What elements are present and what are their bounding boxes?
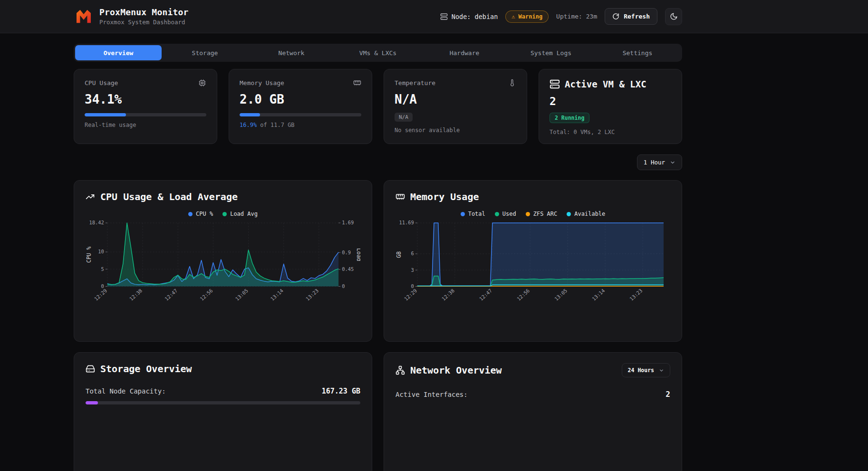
legend-dot-icon	[222, 212, 227, 216]
trending-up-icon	[86, 192, 95, 202]
proxmenux-m-logo-icon	[74, 7, 93, 26]
memory-usage-card: Memory Usage 2.0 GB 16.9% of 11.7 GB	[229, 69, 372, 144]
brand: ProxMenux Monitor Proxmox System Dashboa…	[74, 7, 189, 27]
network-title: Network Overview	[410, 365, 502, 376]
tab-network[interactable]: Network	[248, 45, 335, 60]
svg-text:12:29: 12:29	[93, 288, 108, 302]
legend-available: Available	[567, 211, 605, 217]
network-range-select[interactable]: 24 Hours	[622, 363, 670, 377]
memory-caption-rest: of 11.7 GB	[257, 122, 294, 128]
server-rack-icon	[550, 79, 560, 89]
server-icon	[440, 13, 448, 20]
storage-capacity-label: Total Node Capacity:	[86, 387, 166, 395]
time-range-select[interactable]: 1 Hour	[637, 154, 682, 170]
refresh-icon	[612, 13, 619, 20]
svg-text:CPU %: CPU %	[86, 246, 92, 263]
cpu-load-chart-card: CPU Usage & Load Average CPU %Load Avg 1…	[74, 180, 372, 342]
svg-text:3: 3	[411, 267, 414, 273]
cpu-chip-icon	[198, 79, 206, 87]
network-interfaces-label: Active Interfaces:	[395, 391, 468, 398]
svg-text:1.69: 1.69	[342, 220, 354, 225]
cpu-chart-legend: CPU %Load Avg	[86, 211, 360, 217]
svg-text:13:14: 13:14	[591, 288, 606, 302]
node-indicator: Node: debian	[440, 13, 498, 20]
temperature-value: N/A	[395, 92, 516, 106]
legend-total: Total	[461, 211, 485, 217]
legend-dot-icon	[461, 212, 465, 216]
storage-overview-card: Storage Overview Total Node Capacity: 16…	[74, 352, 372, 471]
cpu-chart-title: CPU Usage & Load Average	[100, 191, 238, 202]
thermometer-icon	[508, 79, 516, 87]
warning-triangle-icon: ⚠	[511, 13, 515, 20]
time-range-value: 1 Hour	[644, 159, 665, 166]
svg-text:12:47: 12:47	[164, 288, 178, 302]
tab-hardware[interactable]: Hardware	[421, 45, 508, 60]
theme-toggle-button[interactable]	[665, 8, 682, 25]
uptime-label: Uptime: 23m	[556, 13, 597, 20]
cpu-caption: Real-time usage	[85, 122, 206, 128]
network-interfaces-value: 2	[665, 390, 670, 399]
network-nodes-icon	[395, 365, 405, 375]
cpu-usage-value: 34.1%	[85, 92, 206, 106]
memory-stick-icon	[353, 79, 361, 87]
cpu-progress-bar	[85, 113, 206, 116]
temperature-card-title: Temperature	[395, 79, 435, 87]
tab-system-logs[interactable]: System Logs	[508, 45, 594, 60]
tab-overview[interactable]: Overview	[75, 45, 162, 60]
network-range-value: 24 Hours	[628, 367, 654, 374]
legend-dot-icon	[495, 212, 499, 216]
svg-text:Load: Load	[356, 248, 360, 261]
svg-text:18.42: 18.42	[89, 220, 104, 225]
refresh-label: Refresh	[624, 13, 650, 20]
svg-text:12:38: 12:38	[128, 288, 143, 302]
memory-chart-card: Memory Usage TotalUsedZFS ARCAvailable 1…	[384, 180, 682, 342]
app-subtitle: Proxmox System Dashboard	[99, 19, 189, 26]
memory-progress-bar	[240, 113, 361, 116]
svg-text:5: 5	[101, 266, 104, 272]
memory-chart-title: Memory Usage	[410, 191, 479, 202]
active-vm-lxc-card: Active VM & LXC 2 2 Running Total: 0 VMs…	[539, 69, 682, 144]
legend-cpu-: CPU %	[188, 211, 213, 217]
legend-zfs-arc: ZFS ARC	[526, 211, 558, 217]
memory-chart-legend: TotalUsedZFS ARCAvailable	[395, 211, 670, 217]
storage-title: Storage Overview	[100, 363, 192, 375]
legend-dot-icon	[567, 212, 571, 216]
memory-usage-value: 2.0 GB	[240, 92, 361, 106]
network-overview-card: Network Overview 24 Hours Active Interfa…	[384, 352, 682, 471]
svg-text:12:56: 12:56	[199, 288, 213, 302]
svg-text:13:05: 13:05	[553, 288, 568, 302]
svg-text:0.45: 0.45	[342, 266, 354, 272]
svg-text:13:23: 13:23	[305, 288, 319, 302]
tab-settings[interactable]: Settings	[594, 45, 681, 60]
legend-used: Used	[495, 211, 516, 217]
cpu-card-title: CPU Usage	[85, 79, 118, 87]
svg-text:10: 10	[98, 249, 104, 254]
svg-text:0: 0	[411, 283, 414, 289]
cpu-load-chart: 12:2912:3812:4712:5613:0513:1413:2305101…	[86, 219, 360, 309]
svg-text:13:14: 13:14	[270, 288, 284, 302]
memory-stick-icon	[395, 192, 405, 202]
svg-text:0: 0	[342, 283, 345, 289]
cpu-usage-card: CPU Usage 34.1% Real-time usage	[74, 69, 217, 144]
refresh-button[interactable]: Refresh	[605, 8, 657, 25]
vm-running-badge: 2 Running	[550, 113, 589, 123]
nav-tabs: OverviewStorageNetworkVMs & LXCsHardware…	[74, 44, 682, 62]
temperature-badge: N/A	[395, 113, 413, 122]
svg-text:0.9: 0.9	[342, 250, 351, 255]
moon-icon	[670, 12, 678, 20]
hard-drive-icon	[86, 364, 95, 374]
vm-card-title: Active VM & LXC	[565, 79, 646, 89]
chevron-down-icon	[670, 160, 675, 165]
svg-text:11.69: 11.69	[399, 220, 414, 225]
svg-text:12:47: 12:47	[478, 288, 493, 302]
svg-text:12:56: 12:56	[516, 288, 530, 302]
temperature-caption: No sensor available	[395, 127, 516, 134]
svg-text:GB: GB	[395, 251, 402, 258]
app-header: ProxMenux Monitor Proxmox System Dashboa…	[0, 0, 868, 33]
app-title: ProxMenux Monitor	[99, 7, 189, 17]
tab-vms-lxcs[interactable]: VMs & LXCs	[335, 45, 421, 60]
temperature-card: Temperature N/A N/A No sensor available	[384, 69, 527, 144]
warning-label: Warning	[519, 13, 543, 20]
svg-text:13:23: 13:23	[628, 288, 643, 302]
tab-storage[interactable]: Storage	[162, 45, 248, 60]
